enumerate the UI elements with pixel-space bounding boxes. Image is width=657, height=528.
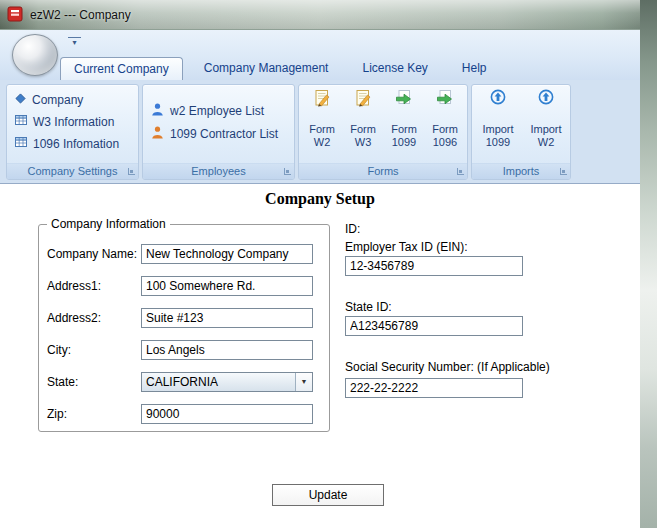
ssn-label: Social Security Number: (If Applicable) [345,360,550,374]
state-id-input[interactable] [345,316,523,336]
company-button[interactable]: Company [7,91,138,109]
address1-label: Address1: [47,279,101,293]
w2-employee-list-button[interactable]: w2 Employee List [143,101,294,121]
city-input[interactable] [141,340,313,360]
ribbon-group-employees: w2 Employee List 1099 Contractor List Em… [142,84,295,180]
group-caption-employees: Employees [143,163,294,179]
import-w2-label: Import [524,123,568,136]
form-1099-button[interactable]: Form 1099 [385,89,423,149]
w2-employee-list-label: w2 Employee List [170,104,264,118]
state-label: State: [47,375,78,389]
import-icon [476,89,520,111]
form-arrow-icon [385,89,423,111]
ein-input[interactable] [345,256,523,276]
form-1096-label: Form [426,123,464,136]
chevron-down-icon: ▼ [295,373,312,391]
tab-license-key[interactable]: License Key [349,57,440,80]
company-information-groupbox: Company Information Company Name: Addres… [38,224,330,432]
form-1096-button[interactable]: Form 1096 [426,89,464,149]
import-1099-sublabel: 1099 [476,136,520,149]
table-icon [15,136,27,151]
state-id-label: State ID: [345,300,392,314]
address1-input[interactable] [141,276,313,296]
group-caption-imports: Imports [472,163,570,179]
zip-label: Zip: [47,407,67,421]
tab-current-company[interactable]: Current Company [60,57,183,80]
app-window: ezW2 --- Company ▾ Current Company Compa… [0,0,640,528]
1096-information-label: 1096 Infomation [33,137,119,151]
company-name-input[interactable] [141,244,313,264]
import-1099-label: Import [476,123,520,136]
update-button[interactable]: Update [272,484,384,506]
diamond-icon [15,93,26,107]
desktop-background [640,0,657,528]
tab-company-management[interactable]: Company Management [191,57,342,80]
address2-label: Address2: [47,311,101,325]
state-select[interactable]: CALIFORNIA ▼ [141,372,313,392]
group-caption-company-settings: Company Settings [7,163,138,179]
table-icon [15,114,27,129]
tab-help[interactable]: Help [449,57,500,80]
window-title: ezW2 --- Company [30,8,131,22]
1099-contractor-list-label: 1099 Contractor List [170,127,278,141]
group-caption-label: Forms [367,165,398,177]
person-blue-icon [151,103,164,119]
quick-access-dropdown-icon[interactable]: ▾ [68,37,81,49]
form-w2-label: Form [303,123,341,136]
ribbon: Company W3 Information 1096 Infomation C… [0,80,640,184]
form-w3-label: Form [344,123,382,136]
app-icon [7,6,23,22]
w3-information-label: W3 Information [33,115,114,129]
form-w3-button[interactable]: Form W3 [344,89,382,149]
zip-input[interactable] [141,404,313,424]
ribbon-tabs: Current Company Company Management Licen… [0,56,640,80]
title-bar: ezW2 --- Company [0,0,640,30]
ribbon-group-imports: Import 1099 Import W2 Imports [471,84,571,180]
form-pencil-icon [303,89,341,111]
import-1099-button[interactable]: Import 1099 [476,89,520,149]
dialog-launcher-icon[interactable] [284,168,291,175]
form-w2-sublabel: W2 [303,136,341,149]
dialog-launcher-icon[interactable] [457,168,464,175]
group-caption-label: Company Settings [28,165,118,177]
import-w2-button[interactable]: Import W2 [524,89,568,149]
company-name-label: Company Name: [47,247,137,261]
dialog-launcher-icon[interactable] [560,168,567,175]
state-select-value: CALIFORNIA [146,375,218,389]
ein-label: Employer Tax ID (EIN): [345,240,467,254]
group-caption-label: Employees [191,165,245,177]
ribbon-group-company-settings: Company W3 Information 1096 Infomation C… [6,84,139,180]
form-1099-sublabel: 1099 [385,136,423,149]
1099-contractor-list-button[interactable]: 1099 Contractor List [143,124,294,144]
form-pencil-icon [344,89,382,111]
form-w2-button[interactable]: Form W2 [303,89,341,149]
groupbox-legend: Company Information [47,217,170,231]
import-icon [524,89,568,111]
import-w2-sublabel: W2 [524,136,568,149]
ribbon-group-forms: Form W2 Form W3 Form 1099 [298,84,468,180]
ssn-input[interactable] [345,378,523,398]
person-orange-icon [151,126,164,142]
page-title: Company Setup [0,190,640,208]
city-label: City: [47,343,71,357]
dialog-launcher-icon[interactable] [128,168,135,175]
address2-input[interactable] [141,308,313,328]
form-1096-sublabel: 1096 [426,136,464,149]
w3-information-button[interactable]: W3 Information [7,112,138,131]
company-button-label: Company [32,93,83,107]
group-caption-forms: Forms [299,163,467,179]
group-caption-label: Imports [503,165,540,177]
1096-information-button[interactable]: 1096 Infomation [7,134,138,153]
id-section-heading: ID: [345,222,360,236]
form-1099-label: Form [385,123,423,136]
form-w3-sublabel: W3 [344,136,382,149]
form-arrow-icon [426,89,464,111]
